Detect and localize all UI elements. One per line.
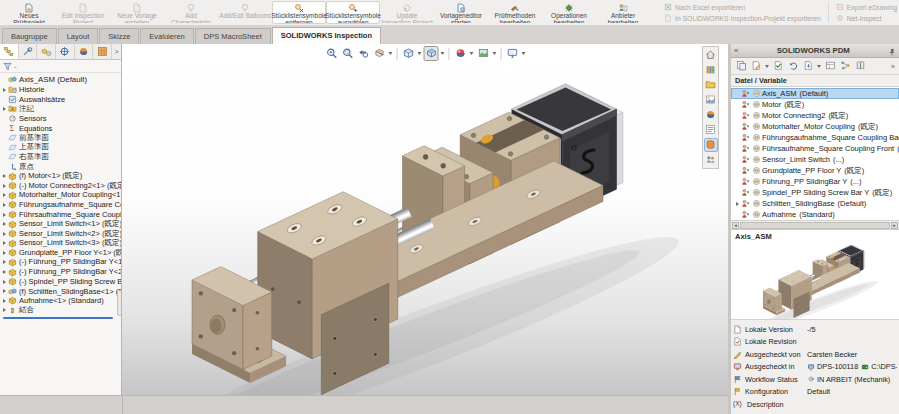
ribbon-button-st-cklistensymbole-ausw-hlen[interactable]: Stücklistensymbole auswählen [326, 1, 380, 24]
expand-arrow-icon[interactable] [0, 213, 8, 217]
scene-button[interactable] [476, 46, 491, 61]
forum-tab[interactable] [704, 153, 718, 167]
checkin-button[interactable] [772, 60, 784, 72]
get-version-button[interactable] [802, 60, 814, 72]
panel-tabs-overflow-arrow[interactable]: > [112, 44, 121, 59]
dropdown-caret-icon[interactable] [522, 52, 526, 55]
tree-item-f-hrsaufnahme-square-coupling-front[interactable]: Führsaufnahme_Square Coupling Front [0, 210, 121, 220]
tree-item-[interactable]: A注記 [0, 104, 121, 114]
tree-item-motor-connecting2-1[interactable]: (-) Motor Connecting2<1> (既定) [0, 181, 121, 191]
ribbon-button-update-inspection-project[interactable]: Update Inspection Project [380, 1, 434, 24]
pdm-file-f-hrungsaufnahme-square-coupling-back[interactable]: Führungsaufnahme_Square Coupling Back(既定… [731, 132, 899, 143]
tree-item-[interactable]: 右基準面 [0, 152, 121, 162]
tree-item-[interactable]: 前基準面 [0, 133, 121, 143]
scrollbar-thumb[interactable] [740, 222, 890, 229]
custom-properties-tab[interactable] [704, 123, 718, 137]
tree-item-sensors[interactable]: Sensors [0, 114, 121, 124]
ribbon-button-vorlageneditor-starten[interactable]: Vorlageneditor starten [434, 1, 488, 24]
expand-arrow-icon[interactable] [0, 260, 8, 264]
tree-item-f-motor-1[interactable]: (f) Motor<1> (既定) [0, 171, 121, 181]
tab-evaluieren[interactable]: Evaluieren [140, 28, 193, 44]
view-settings-button[interactable] [505, 46, 520, 61]
tree-item-f-hrung-pp-slidingbar-y-2[interactable]: (-) Führung_PP SlidingBar Y<2> (既定) [0, 267, 121, 277]
tree-item-sensor-limit-switch-2[interactable]: Sensor_Limit Switch<2> (既定) [0, 229, 121, 239]
tree-item-sensor-limit-switch-3[interactable]: Sensor_Limit Switch<3> (既定) [0, 239, 121, 249]
ribbon-button-nach-excel-exportieren[interactable]: Nach Excel exportieren [664, 3, 821, 12]
view-orientation-button[interactable] [424, 46, 439, 61]
expand-arrow-icon[interactable] [0, 280, 8, 284]
expand-arrow-icon[interactable] [0, 174, 8, 178]
section-view-button[interactable] [372, 46, 387, 61]
pdm-file-spindel-pp-sliding-screw-bar-y[interactable]: Spindel_PP Sliding Screw Bar Y(既定) [731, 187, 899, 198]
ribbon-button-edit-inspection-project[interactable]: Edit Inspection Project [56, 1, 110, 24]
pdm-file-motor-connecting2[interactable]: Motor Connecting2(既定) [731, 110, 899, 121]
pdm-file-f-hrsaufnahme-square-coupling-front[interactable]: Führsaufnahme_Square Coupling Front(既定) [731, 143, 899, 154]
ribbon-button-add-characteristic[interactable]: Add Characteristic [164, 1, 218, 24]
datacard-button[interactable] [824, 60, 836, 72]
expand-arrow-icon[interactable] [0, 270, 8, 274]
history-book-button[interactable] [854, 60, 866, 72]
ribbon-button-neue-vorlage-erstellen[interactable]: Neue Vorlage erstellen [110, 1, 164, 24]
tree-item-[interactable]: 上基準面 [0, 143, 121, 153]
filter-funnel-icon[interactable] [3, 57, 12, 75]
assembly-3d-model[interactable] [122, 44, 728, 395]
pdm-file-motor[interactable]: Motor(既定) [731, 99, 899, 110]
expand-arrow-icon[interactable] [734, 202, 741, 206]
expand-arrow-icon[interactable] [0, 184, 8, 188]
tree-item-[interactable]: 結合 [0, 306, 121, 316]
dropdown-caret-icon[interactable] [765, 65, 769, 68]
design-library-tab[interactable] [704, 63, 718, 77]
ribbon-button-in-solidworks-inspection-projekt-exporti[interactable]: In SOLIDWORKS Inspection-Projekt exporti… [664, 14, 821, 23]
tree-item-grundplatte-pp-floor-y-1[interactable]: Grundplatte_PP Floor Y<1> (既定) [0, 248, 121, 258]
pdm-column-header[interactable]: Datei / Variable [731, 75, 899, 87]
dropdown-caret-icon[interactable] [441, 52, 445, 55]
pdm-file-aufnahme[interactable]: Aufnahme(Standard) [731, 209, 899, 220]
tree-item-motorhalter-motor-coupling-1[interactable]: Motorhalter_Motor Coupling<1> (既定) [0, 191, 121, 201]
displaymanager-tab-tab[interactable] [75, 44, 94, 59]
previous-view-button[interactable] [356, 46, 371, 61]
expand-arrow-icon[interactable] [0, 107, 8, 111]
dropdown-caret-icon[interactable] [418, 52, 422, 55]
undo-checkout-button[interactable] [787, 60, 799, 72]
zoom-area-button[interactable] [340, 46, 355, 61]
pdm-tab[interactable] [704, 138, 718, 152]
tree-root-item[interactable]: Axis_ASM (Default) [0, 74, 121, 85]
ribbon-button-operationen-bearbeiten[interactable]: Operationen bearbeiten [542, 1, 596, 24]
dropdown-caret-icon[interactable] [817, 65, 821, 68]
propertymanager-tab-tab[interactable] [19, 44, 38, 59]
dropdown-caret-icon[interactable] [493, 52, 497, 55]
expand-arrow-icon[interactable] [0, 251, 8, 255]
dropdown-caret-icon[interactable] [470, 52, 474, 55]
pdm-file-schlitten-slidingbase[interactable]: Schlitten_SlidingBase(Default) [731, 198, 899, 209]
rollback-bar[interactable] [3, 317, 113, 319]
ribbon-button-anbieter-bearbeiten[interactable]: Anbieter bearbeiten [596, 1, 650, 24]
expand-arrow-icon[interactable] [0, 193, 8, 197]
dropdown-caret-icon[interactable] [389, 52, 393, 55]
tree-item-f-schlitten-slidingbase-1-default[interactable]: (f) Schlitten_SlidingBase<1> (Default) [0, 286, 121, 296]
ribbon-button-add-edit-balloons[interactable]: Add/Edit Balloons [218, 1, 272, 24]
expand-arrow-icon[interactable] [0, 308, 8, 312]
expand-arrow-icon[interactable] [0, 232, 8, 236]
inspection-tab-tab[interactable] [93, 44, 112, 59]
expand-arrow-icon[interactable] [0, 299, 8, 303]
copy-tree-button[interactable] [735, 60, 747, 72]
tab-skizze[interactable]: Skizze [99, 28, 139, 44]
toolbar-overflow-icon[interactable]: » [891, 63, 895, 70]
display-style-button[interactable] [401, 46, 416, 61]
pdm-horizontal-scrollbar[interactable]: ◂ ▸ [731, 221, 899, 230]
view-palette-tab[interactable] [704, 93, 718, 107]
scroll-left-icon[interactable]: ◂ [732, 222, 739, 229]
tree-item-f-hrungsaufnahme-square-coupling-back[interactable]: Führungsaufnahme_Square Coupling Back [0, 200, 121, 210]
zoom-fit-button[interactable] [324, 46, 339, 61]
tree-item-equations[interactable]: ΣEquations [0, 123, 121, 133]
expand-arrow-icon[interactable] [0, 88, 8, 92]
tab-layout[interactable]: Layout [58, 28, 99, 44]
tree-item-[interactable]: 原点 [0, 162, 121, 172]
checkout-button[interactable] [750, 60, 762, 72]
ribbon-button-pr-fmethoden-bearbeiten[interactable]: Prüfmethoden bearbeiten [488, 1, 542, 24]
expand-arrow-icon[interactable] [0, 289, 8, 293]
tree-item-spindel-pp-sliding-screw-bar-y-1[interactable]: (-) Spindel_PP Sliding Screw Bar Y<1> ( [0, 277, 121, 287]
tree-item-aufnahme-1-standard[interactable]: Aufnahme<1> (Standard) [0, 296, 121, 306]
appearance-button[interactable] [453, 46, 468, 61]
tab-solidworks-inspection[interactable]: SOLIDWORKS Inspection [272, 27, 381, 44]
